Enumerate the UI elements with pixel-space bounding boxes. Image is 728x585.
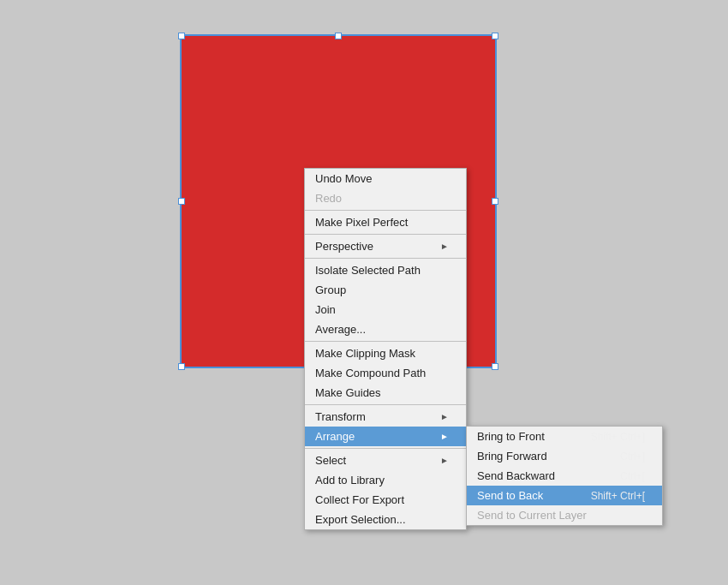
menu-item-group[interactable]: Group [305, 280, 466, 300]
handle-bottom-right[interactable] [492, 363, 498, 370]
transform-arrow-icon: ► [440, 412, 449, 421]
submenu-item-bring-to-front[interactable]: Bring to Front Shift+ Ctrl+] [467, 427, 662, 446]
menu-item-make-guides[interactable]: Make Guides [305, 383, 466, 403]
context-menu: Undo Move Redo Make Pixel Perfect Perspe… [304, 168, 467, 530]
menu-item-transform[interactable]: Transform ► [305, 407, 466, 427]
menu-item-make-compound-path[interactable]: Make Compound Path [305, 363, 466, 383]
menu-item-isolate-selected-path[interactable]: Isolate Selected Path [305, 260, 466, 280]
handle-top-right[interactable] [492, 33, 498, 39]
handle-top-mid[interactable] [335, 33, 342, 39]
separator-5 [305, 404, 466, 405]
arrow-icon: ► [440, 242, 449, 251]
menu-item-add-to-library[interactable]: Add to Library [305, 470, 466, 490]
select-arrow-icon: ► [440, 456, 449, 465]
canvas: Undo Move Redo Make Pixel Perfect Perspe… [0, 0, 728, 585]
arrange-submenu: Bring to Front Shift+ Ctrl+] Bring Forwa… [466, 426, 663, 526]
menu-item-redo: Redo [305, 188, 466, 208]
submenu-item-send-to-back[interactable]: Send to Back Shift+ Ctrl+[ [467, 486, 662, 505]
menu-item-undo-move[interactable]: Undo Move [305, 169, 466, 188]
separator-4 [305, 341, 466, 342]
separator-1 [305, 210, 466, 211]
menu-item-average[interactable]: Average... [305, 319, 466, 339]
submenu-item-bring-forward[interactable]: Bring Forward Ctrl+] [467, 446, 662, 466]
handle-mid-right[interactable] [492, 198, 498, 205]
handle-bottom-left[interactable] [178, 363, 185, 370]
handle-mid-left[interactable] [178, 198, 185, 205]
menu-item-export-selection[interactable]: Export Selection... [305, 510, 466, 529]
arrange-arrow-icon: ► [440, 432, 449, 441]
separator-2 [305, 234, 466, 235]
menu-item-select[interactable]: Select ► [305, 451, 466, 470]
menu-item-collect-for-export[interactable]: Collect For Export [305, 490, 466, 510]
separator-6 [305, 448, 466, 449]
separator-3 [305, 258, 466, 259]
menu-item-make-pixel-perfect[interactable]: Make Pixel Perfect [305, 212, 466, 232]
menu-item-perspective[interactable]: Perspective ► [305, 236, 466, 256]
submenu-item-send-to-current-layer: Send to Current Layer [467, 505, 662, 525]
menu-item-arrange[interactable]: Arrange ► Bring to Front Shift+ Ctrl+] B… [305, 427, 466, 446]
submenu-item-send-backward[interactable]: Send Backward Ctrl+[ [467, 466, 662, 486]
menu-item-make-clipping-mask[interactable]: Make Clipping Mask [305, 343, 466, 363]
menu-item-join[interactable]: Join [305, 300, 466, 319]
handle-top-left[interactable] [178, 33, 185, 39]
